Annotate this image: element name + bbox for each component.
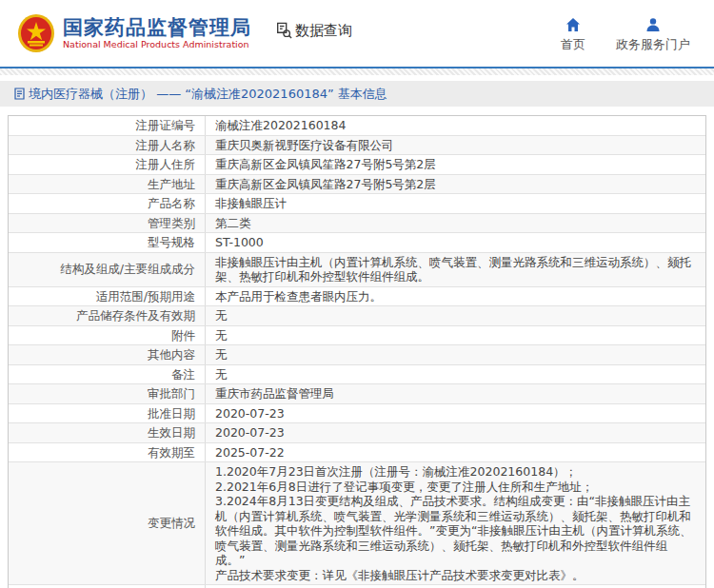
table-row: 注册人名称重庆贝奥新视野医疗设备有限公司 (9, 135, 705, 155)
table-row: 变更情况1.2020年7月23日首次注册（注册号：渝械注准20202160184… (9, 461, 705, 584)
row-label: 备注 (9, 365, 206, 384)
row-value: 重庆高新区金凤镇凤笙路27号附5号第2层 (206, 175, 705, 194)
site-header: 国家药品监督管理局 National Medical Products Admi… (0, 0, 714, 67)
row-label-text: 批准日期 (148, 406, 195, 421)
table-row: 其他内容无 (9, 344, 705, 364)
page-title: 境内医疗器械（注册） —— “渝械注准20202160184” 基本信息 (29, 86, 387, 103)
row-label-text: 注册证编号 (136, 118, 196, 133)
row-label: 附件 (9, 326, 206, 345)
row-label-text: 结构及组成/主要组成成分 (60, 262, 195, 277)
row-value: 本产品用于检查患者眼内压力。 (206, 287, 705, 306)
row-label-text: 审批部门 (148, 386, 195, 402)
row-label: 变更情况 (9, 462, 206, 584)
nav-home[interactable]: 首页 (561, 17, 585, 53)
row-label-text: 产品名称 (148, 196, 195, 211)
row-value: 无 (206, 306, 705, 325)
table-row: 产品名称非接触眼压计 (9, 193, 705, 213)
row-value: 无 (206, 326, 705, 345)
row-label: 适用范围/预期用途 (9, 287, 206, 306)
table-row: 注详情 (9, 584, 705, 588)
row-value: 渝械注准20202160184 (206, 116, 705, 135)
table-row: 型号规格ST-1000 (9, 232, 705, 252)
title-bar: 境内医疗器械（注册） —— “渝械注准20202160184” 基本信息 (0, 81, 714, 107)
row-label-text: 其他内容 (148, 347, 195, 363)
row-label-text: 产品储存条件及有效期 (76, 308, 195, 323)
table-row: 有效期至2025-07-22 (9, 442, 705, 462)
row-label-text: 注册人住所 (136, 157, 196, 172)
row-label-text: 管理类别 (148, 216, 195, 231)
row-label-text: 生产地址 (148, 177, 195, 192)
row-label-text: 适用范围/预期用途 (96, 289, 195, 304)
row-value: 重庆市药品监督管理局 (206, 384, 705, 403)
row-label: 生效日期 (9, 423, 206, 442)
row-value: 无 (206, 345, 705, 364)
row-label: 注册人住所 (9, 155, 206, 174)
data-query-tab[interactable]: 数据查询 (275, 22, 352, 40)
row-value: 重庆高新区金凤镇凤笙路27号附5号第2层 (206, 155, 705, 174)
row-label: 结构及组成/主要组成成分 (9, 253, 206, 286)
table-row: 附件无 (9, 325, 705, 345)
row-label: 有效期至 (9, 443, 206, 462)
table-row: 产品储存条件及有效期无 (9, 305, 705, 325)
hatch-band (0, 69, 714, 75)
table-row: 管理类别第二类 (9, 213, 705, 233)
agency-logo[interactable]: 国家药品监督管理局 National Medical Products Admi… (17, 13, 251, 53)
row-value: 2020-07-23 (206, 423, 705, 442)
row-value: 非接触眼压计由主机（内置计算机系统、喷气装置、测量光路系统和三维运动系统）、颏托… (206, 253, 705, 286)
row-label: 产品储存条件及有效期 (9, 306, 206, 325)
user-icon (645, 17, 661, 32)
info-table-body: 注册证编号渝械注准20202160184注册人名称重庆贝奥新视野医疗设备有限公司… (9, 116, 705, 588)
table-row: 注册人住所重庆高新区金凤镇凤笙路27号附5号第2层 (9, 154, 705, 174)
row-label: 审批部门 (9, 384, 206, 403)
row-label: 注册人名称 (9, 136, 206, 155)
home-icon (565, 17, 581, 32)
row-value: 重庆贝奥新视野医疗设备有限公司 (206, 136, 705, 155)
document-icon (14, 88, 25, 100)
row-label-text: 变更情况 (148, 516, 195, 531)
nav-portal[interactable]: 政务服务门户 (616, 17, 690, 53)
row-label: 管理类别 (9, 214, 206, 233)
row-value: 1.2020年7月23日首次注册（注册号：渝械注准20202160184）； 2… (206, 462, 705, 584)
table-row: 结构及组成/主要组成成分非接触眼压计由主机（内置计算机系统、喷气装置、测量光路系… (9, 252, 705, 286)
agency-name-cn: 国家药品监督管理局 (63, 16, 251, 39)
table-row: 批准日期2020-07-23 (9, 403, 705, 423)
row-label: 注册证编号 (9, 116, 206, 135)
table-row: 审批部门重庆市药品监督管理局 (9, 383, 705, 403)
row-value: 2025-07-22 (206, 443, 705, 462)
row-label: 型号规格 (9, 233, 206, 252)
table-row: 备注无 (9, 364, 705, 384)
row-label: 生产地址 (9, 175, 206, 194)
row-value: ST-1000 (206, 233, 705, 252)
row-value: 无 (206, 365, 705, 384)
table-row: 注册证编号渝械注准20202160184 (9, 116, 705, 135)
data-query-label: 数据查询 (295, 22, 352, 40)
info-table: 注册证编号渝械注准20202160184注册人名称重庆贝奥新视野医疗设备有限公司… (8, 115, 706, 588)
row-label-text: 生效日期 (148, 425, 195, 441)
row-label-text: 附件 (171, 328, 195, 343)
row-label: 产品名称 (9, 194, 206, 213)
row-label-text: 注册人名称 (136, 138, 196, 153)
row-label: 其他内容 (9, 345, 206, 364)
nav-home-label: 首页 (561, 36, 585, 53)
data-query-icon (275, 22, 292, 39)
row-label: 批准日期 (9, 404, 206, 423)
row-label-text: 备注 (171, 367, 195, 382)
row-label-text: 有效期至 (148, 445, 195, 461)
nav-portal-label: 政务服务门户 (616, 36, 690, 53)
row-value: 2020-07-23 (206, 404, 705, 423)
row-label-text: 型号规格 (148, 235, 195, 250)
agency-name-en: National Medical Products Administration (63, 39, 251, 50)
table-row: 生产地址重庆高新区金凤镇凤笙路27号附5号第2层 (9, 174, 705, 194)
national-emblem-icon (17, 13, 55, 53)
row-value: 非接触眼压计 (206, 194, 705, 213)
table-row: 生效日期2020-07-23 (9, 422, 705, 442)
row-value: 第二类 (206, 214, 705, 233)
table-row: 适用范围/预期用途本产品用于检查患者眼内压力。 (9, 286, 705, 306)
header-nav: 首页 政务服务门户 (561, 13, 690, 53)
